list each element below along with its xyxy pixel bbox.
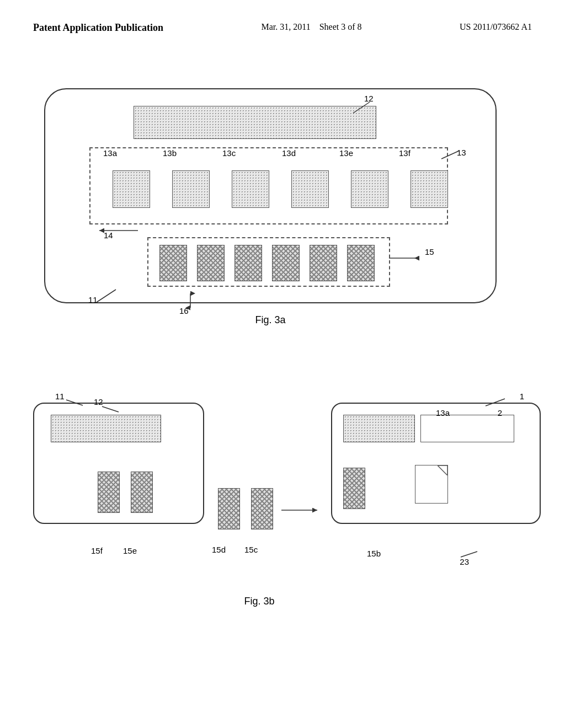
label-13d: 13d xyxy=(282,148,296,158)
header-date-sheet: Mar. 31, 2011 Sheet 3 of 8 xyxy=(261,22,361,32)
svg-line-9 xyxy=(438,465,447,475)
label-13a-3b: 13a xyxy=(436,408,450,417)
svg-line-6 xyxy=(66,400,83,405)
zz-15e xyxy=(131,472,153,513)
arrow-to-12-3b xyxy=(99,404,121,415)
label-15f: 15f xyxy=(91,546,103,555)
label-13c: 13c xyxy=(222,148,236,158)
header-publication-type: Patent Application Publication xyxy=(33,22,163,34)
zz-15b-right xyxy=(343,468,365,509)
element-13a xyxy=(113,170,150,208)
label-15e: 15e xyxy=(123,546,137,555)
element-13 xyxy=(89,147,448,224)
fig3b-diagram: 11 12 15f 15e 15d 15c xyxy=(33,381,541,623)
label-13a: 13a xyxy=(103,148,117,158)
label-14: 14 xyxy=(104,231,113,240)
header-patent-number: US 2011/073662 A1 xyxy=(460,22,532,32)
device-11 xyxy=(44,88,497,303)
zigzag-item-3 xyxy=(234,245,262,281)
svg-line-7 xyxy=(102,406,119,412)
svg-line-0 xyxy=(353,102,370,113)
left-bar-12 xyxy=(51,415,161,442)
element-13e xyxy=(351,170,388,208)
label-13f: 13f xyxy=(399,148,411,158)
svg-line-10 xyxy=(486,399,505,406)
fig3a-caption: Fig. 3a xyxy=(210,314,331,326)
svg-line-1 xyxy=(441,151,460,159)
zigzag-item-5 xyxy=(310,245,337,281)
svg-line-5 xyxy=(97,290,116,302)
page-header: Patent Application Publication Mar. 31, … xyxy=(0,22,565,34)
zigzag-item-4 xyxy=(272,245,300,281)
label-1: 1 xyxy=(520,392,524,401)
right-rect-2 xyxy=(420,415,514,442)
fig3a-diagram: 12 13 13a 13b 13c 13d 13e 13f 14 xyxy=(44,88,497,325)
zz-15d xyxy=(218,488,240,529)
arrow-15 xyxy=(386,253,430,264)
zz-15c xyxy=(251,488,273,529)
arrow-to-1 xyxy=(483,396,510,407)
label-13e: 13e xyxy=(339,148,353,158)
label-15: 15 xyxy=(425,247,434,256)
zz-15f xyxy=(98,472,120,513)
label-15b: 15b xyxy=(367,549,381,558)
element-12 xyxy=(134,106,376,139)
label-2: 2 xyxy=(498,408,502,417)
arrow-to-13 xyxy=(439,148,466,162)
element-13b xyxy=(172,170,210,208)
right-bar-13a xyxy=(343,415,415,442)
label-15c: 15c xyxy=(244,545,258,554)
zigzag-item-2 xyxy=(197,245,225,281)
zigzag-item-6 xyxy=(347,245,375,281)
doc-corner-svg xyxy=(438,465,447,475)
arrow-to-23 xyxy=(458,549,480,560)
fig3b-caption: Fig. 3b xyxy=(199,596,320,607)
right-device-1 xyxy=(331,403,541,524)
arrow-14 xyxy=(97,225,141,236)
arrow-to-11-3b xyxy=(63,397,86,408)
arrow-right-3b xyxy=(279,505,323,516)
left-device-11 xyxy=(33,403,204,524)
label-15d: 15d xyxy=(212,545,226,554)
label-13b: 13b xyxy=(163,148,177,158)
zigzag-item-1 xyxy=(159,245,187,281)
element-13c xyxy=(232,170,269,208)
element-13f xyxy=(411,170,448,208)
element-13d xyxy=(291,170,329,208)
label-16: 16 xyxy=(179,306,189,315)
header-date: Mar. 31, 2011 xyxy=(261,22,310,31)
element-15 xyxy=(147,237,390,287)
header-sheet: Sheet 3 of 8 xyxy=(319,22,362,31)
arrow-to-12 xyxy=(348,99,381,116)
arrow-to-11 xyxy=(94,287,121,303)
svg-line-11 xyxy=(461,552,477,557)
doc-23 xyxy=(415,465,448,504)
